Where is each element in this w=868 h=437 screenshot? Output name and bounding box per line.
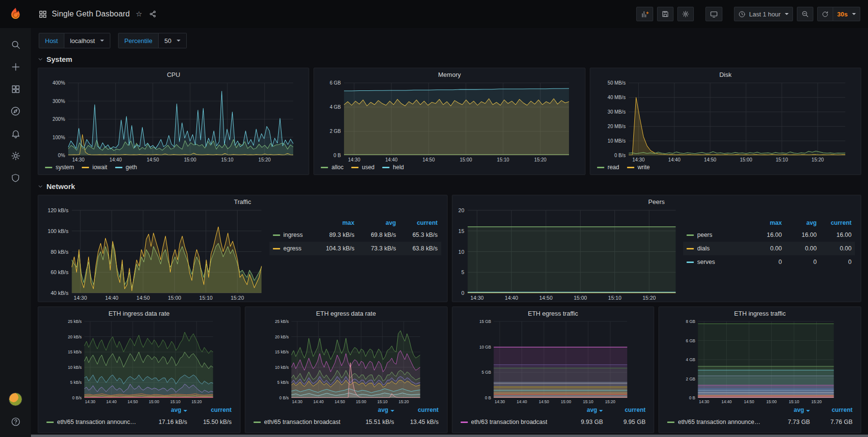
panel-title[interactable]: Traffic	[38, 195, 447, 208]
add-panel-button[interactable]	[636, 7, 653, 21]
legend-series-name[interactable]: egress	[284, 245, 302, 252]
svg-text:15:00: 15:00	[740, 157, 752, 162]
legend-series-name[interactable]: eth/65 transaction announcement	[57, 419, 137, 425]
panel-title[interactable]: ETH ingress data rate	[38, 307, 240, 320]
explore-compass-icon[interactable]	[6, 103, 25, 119]
legend-column-current[interactable]: current	[813, 405, 856, 415]
dashboard-scroll-area[interactable]: System CPU 0%100%200%300%400%14:3014:401…	[31, 50, 868, 437]
legend-row-eth/65 transaction announcement[interactable]: eth/65 transaction announcement	[664, 415, 767, 429]
legend-series-name[interactable]: eth/65 transaction broadcast	[264, 419, 341, 425]
legend-series-name[interactable]: peers	[697, 232, 712, 238]
legend-column-avg[interactable]: avg	[785, 218, 820, 228]
legend-column-current[interactable]: current	[191, 405, 235, 415]
grafana-logo[interactable]	[0, 0, 31, 28]
legend-item-held[interactable]: held	[382, 164, 404, 171]
server-admin-shield-icon[interactable]	[6, 170, 25, 186]
refresh-interval-picker[interactable]: 30s	[833, 7, 860, 21]
legend-column-avg[interactable]: avg	[767, 405, 813, 415]
legend-row-eth/63 transaction broadcast[interactable]: eth/63 transaction broadcast	[457, 415, 560, 429]
legend-column-current[interactable]: current	[606, 405, 649, 415]
legend-series-name[interactable]: eth/63 transaction broadcast	[471, 419, 548, 425]
svg-text:300%: 300%	[53, 99, 65, 104]
dashboard-settings-button[interactable]	[677, 7, 694, 21]
legend-item-system[interactable]: system	[45, 164, 74, 171]
traffic-legend: maxavgcurrentingress89.3 kB/s69.8 kB/s65…	[269, 218, 441, 255]
legend-column-max[interactable]: max	[750, 218, 785, 228]
user-avatar[interactable]	[6, 392, 25, 407]
memory-chart: 0 B2 GB4 GB6 GB14:3014:4014:5015:0015:10…	[317, 81, 582, 163]
legend-row-eth/65 transaction announcement[interactable]: eth/65 transaction announcement	[43, 415, 140, 429]
dashboard-title[interactable]: Single Geth Dasboard	[52, 10, 130, 18]
dashboards-icon[interactable]	[6, 81, 25, 97]
legend-row-eth/65 transaction broadcast[interactable]: eth/65 transaction broadcast	[250, 415, 347, 429]
svg-text:8 GB: 8 GB	[686, 320, 696, 324]
tv-icon	[710, 10, 718, 18]
svg-text:0 B/s: 0 B/s	[279, 395, 288, 400]
panel-title[interactable]: Memory	[314, 68, 584, 81]
legend-column-current[interactable]: current	[820, 218, 855, 228]
legend-series-name[interactable]: serves	[697, 259, 715, 265]
panel-memory: Memory 0 B2 GB4 GB6 GB14:3014:4014:5015:…	[314, 68, 585, 175]
peers-chart: 0510152014:3014:4014:5015:0015:1015:20	[455, 208, 679, 302]
percentile-variable-dropdown[interactable]: 50	[159, 33, 187, 48]
star-dashboard-button[interactable]: ☆	[135, 9, 143, 19]
legend-row-peers[interactable]: peers	[683, 228, 750, 242]
save-dashboard-button[interactable]	[657, 7, 673, 21]
series-color-dash	[273, 234, 280, 236]
host-variable-label[interactable]: Host	[39, 33, 64, 48]
zoom-out-icon	[801, 10, 809, 18]
row-header-system[interactable]: System	[38, 52, 861, 66]
add-icon[interactable]	[6, 59, 25, 74]
svg-text:15:10: 15:10	[583, 399, 593, 404]
time-range-picker[interactable]: Last 1 hour	[734, 7, 793, 21]
legend-column-current[interactable]: current	[400, 218, 441, 228]
cycle-view-button[interactable]	[705, 7, 722, 21]
navbar-left: Single Geth Dasboard ☆	[39, 9, 158, 19]
panel-title[interactable]: Peers	[452, 195, 861, 208]
legend-row-ingress[interactable]: ingress	[269, 228, 316, 242]
legend-value: 0.00	[785, 242, 820, 255]
share-dashboard-button[interactable]	[148, 9, 158, 19]
percentile-variable-label[interactable]: Percentile	[118, 33, 159, 48]
help-icon[interactable]	[6, 414, 25, 429]
svg-text:14:40: 14:40	[105, 295, 119, 301]
legend-item-used[interactable]: used	[351, 164, 374, 171]
legend-column-avg[interactable]: avg	[140, 405, 191, 415]
legend-value: 63.8 kB/s	[400, 242, 441, 255]
host-variable-dropdown[interactable]: localhost	[64, 33, 110, 48]
row-header-network[interactable]: Network	[38, 179, 861, 193]
configuration-gear-icon[interactable]	[6, 148, 25, 163]
legend-column-max[interactable]: max	[316, 218, 358, 228]
svg-text:14:30: 14:30	[85, 399, 96, 404]
svg-text:0: 0	[461, 290, 464, 296]
alerting-bell-icon[interactable]	[6, 126, 25, 141]
svg-text:15: 15	[458, 228, 464, 234]
legend-item-write[interactable]: write	[627, 164, 650, 171]
panel-title[interactable]: ETH ingress traffic	[659, 307, 861, 320]
svg-text:15:00: 15:00	[184, 157, 196, 162]
legend-item-read[interactable]: read	[597, 164, 619, 171]
panel-title[interactable]: ETH egress data rate	[245, 307, 447, 320]
legend-column-current[interactable]: current	[398, 405, 442, 415]
legend-column-avg[interactable]: avg	[560, 405, 606, 415]
svg-text:15:10: 15:10	[377, 399, 388, 404]
panel-title[interactable]: CPU	[38, 68, 309, 81]
legend-item-geth[interactable]: geth	[115, 164, 137, 171]
legend-item-alloc[interactable]: alloc	[321, 164, 344, 171]
legend-item-iowait[interactable]: iowait	[82, 164, 107, 171]
panel-title[interactable]: Disk	[590, 68, 861, 81]
refresh-button[interactable]	[817, 7, 833, 21]
horizontal-scrollbar[interactable]	[31, 435, 868, 437]
legend-column-avg[interactable]: avg	[358, 218, 400, 228]
legend-row-dials[interactable]: dials	[683, 242, 750, 255]
panel-title[interactable]: ETH egress traffic	[452, 307, 654, 320]
legend-row-serves[interactable]: serves	[683, 255, 750, 269]
legend-series-name[interactable]: ingress	[284, 232, 303, 238]
search-icon[interactable]	[6, 37, 25, 52]
zoom-out-button[interactable]	[797, 7, 813, 21]
legend-column-avg[interactable]: avg	[347, 405, 398, 415]
legend-series-name[interactable]: dials	[697, 245, 710, 252]
svg-text:15:20: 15:20	[605, 399, 615, 404]
legend-row-egress[interactable]: egress	[269, 242, 316, 255]
legend-series-name[interactable]: eth/65 transaction announcement	[678, 419, 763, 425]
